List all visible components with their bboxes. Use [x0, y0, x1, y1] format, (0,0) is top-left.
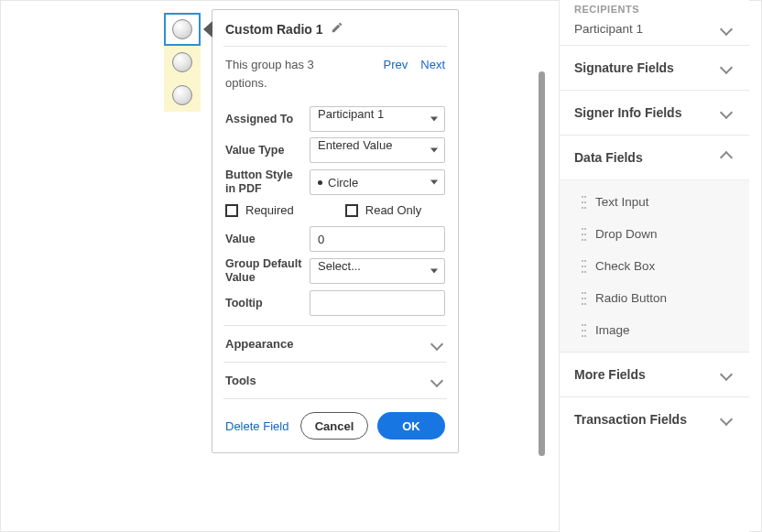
appearance-label: Appearance [225, 337, 293, 351]
cancel-button[interactable]: Cancel [300, 412, 368, 440]
value-type-label: Value Type [225, 144, 302, 157]
field-item-drop-down[interactable]: Drop Down [560, 218, 749, 250]
right-sidebar: RECIPIENTS Participant 1 Signature Field… [559, 0, 749, 532]
read-only-label: Read Only [365, 203, 421, 217]
drop-down-label: Drop Down [595, 227, 658, 241]
button-style-label: Button Style in PDF [225, 168, 302, 196]
radio-icon [172, 85, 192, 105]
data-fields-panel: Text Input Drop Down Check Box Radio But… [560, 179, 749, 352]
section-signature-fields[interactable]: Signature Fields [560, 45, 749, 90]
grip-icon [582, 228, 586, 241]
field-item-text-input[interactable]: Text Input [560, 186, 749, 218]
chevron-down-icon [720, 106, 733, 119]
signer-info-fields-label: Signer Info Fields [574, 105, 681, 120]
field-item-radio-button[interactable]: Radio Button [560, 282, 749, 314]
chevron-down-icon [720, 368, 733, 381]
transaction-fields-label: Transaction Fields [574, 412, 687, 427]
chevron-down-icon [720, 22, 733, 35]
required-checkbox[interactable]: Required [225, 203, 294, 217]
group-info-text: This group has 3 options. [225, 56, 344, 92]
radio-button-label: Radio Button [595, 291, 667, 305]
radio-icon [172, 19, 192, 39]
value-type-value: Entered Value [318, 138, 392, 152]
button-style-value: Circle [328, 176, 358, 190]
group-default-value: Select... [318, 259, 361, 273]
popover-title: Custom Radio 1 [225, 22, 323, 37]
grip-icon [582, 260, 586, 273]
assigned-to-value: Participant 1 [318, 107, 384, 121]
group-default-label: Group Default Value [225, 257, 302, 285]
value-label: Value [225, 233, 302, 246]
next-link[interactable]: Next [420, 58, 445, 71]
field-properties-popover: Custom Radio 1 This group has 3 options.… [212, 9, 459, 453]
scrollbar[interactable] [539, 71, 545, 456]
signature-fields-label: Signature Fields [574, 60, 674, 75]
data-fields-label: Data Fields [574, 150, 643, 165]
edit-icon[interactable] [331, 21, 343, 37]
value-type-select[interactable]: Entered Value [310, 137, 445, 163]
radio-option-3[interactable] [164, 79, 201, 112]
image-label: Image [595, 323, 630, 337]
recipients-select[interactable]: Participant 1 [560, 16, 749, 45]
chevron-down-icon [720, 413, 733, 426]
appearance-section[interactable]: Appearance [225, 326, 445, 362]
recipients-value: Participant 1 [574, 22, 643, 36]
value-input[interactable] [310, 226, 445, 252]
prev-link[interactable]: Prev [384, 58, 408, 71]
circle-icon [318, 180, 322, 185]
chevron-down-icon [430, 337, 443, 350]
grip-icon [582, 292, 586, 305]
checkbox-icon [225, 204, 238, 217]
radio-options-column [164, 13, 201, 112]
radio-option-2[interactable] [164, 46, 201, 79]
more-fields-label: More Fields [574, 367, 646, 382]
checkbox-icon [345, 204, 358, 217]
assigned-to-select[interactable]: Participant 1 [310, 106, 445, 132]
radio-icon [172, 52, 192, 72]
group-default-select[interactable]: Select... [310, 258, 445, 284]
assigned-to-label: Assigned To [225, 113, 302, 126]
check-box-label: Check Box [595, 259, 655, 273]
text-input-label: Text Input [595, 195, 649, 209]
chevron-down-icon [720, 61, 733, 74]
section-data-fields[interactable]: Data Fields [560, 135, 749, 179]
ok-button[interactable]: OK [377, 412, 445, 440]
chevron-down-icon [430, 374, 443, 386]
radio-option-1[interactable] [164, 13, 201, 46]
read-only-checkbox[interactable]: Read Only [345, 203, 421, 217]
section-signer-info-fields[interactable]: Signer Info Fields [560, 90, 749, 135]
field-item-check-box[interactable]: Check Box [560, 250, 749, 282]
tooltip-input[interactable] [310, 290, 445, 316]
recipients-heading: RECIPIENTS [560, 0, 749, 16]
delete-field-link[interactable]: Delete Field [225, 419, 291, 433]
tools-label: Tools [225, 374, 256, 387]
chevron-up-icon [720, 151, 733, 164]
section-transaction-fields[interactable]: Transaction Fields [560, 396, 749, 441]
field-item-image[interactable]: Image [560, 314, 749, 346]
tools-section[interactable]: Tools [225, 363, 445, 398]
grip-icon [582, 196, 586, 209]
section-more-fields[interactable]: More Fields [560, 352, 749, 396]
grip-icon [582, 324, 586, 337]
tooltip-label: Tooltip [225, 297, 302, 310]
button-style-select[interactable]: Circle [310, 169, 445, 195]
required-label: Required [245, 203, 294, 217]
